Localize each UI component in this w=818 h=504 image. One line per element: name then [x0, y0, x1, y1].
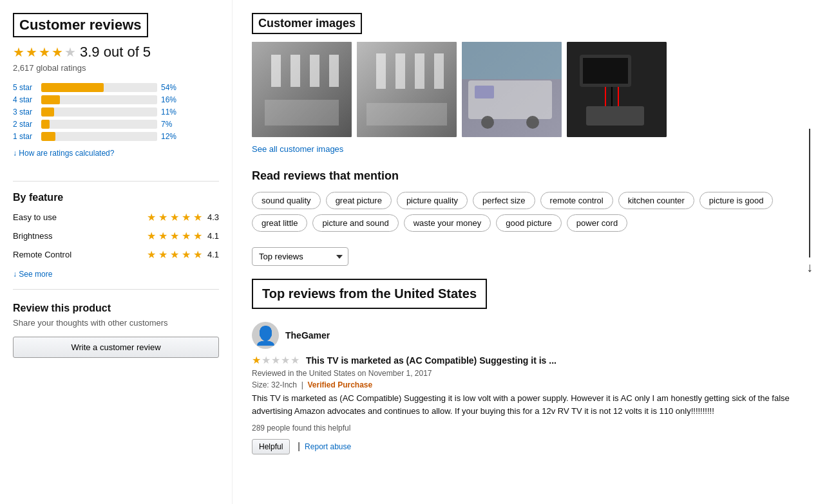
- tag-picture-and-sound[interactable]: picture and sound: [312, 214, 398, 232]
- feature-row-remote-control: Remote Control ★ ★ ★ ★ ★ 4.1: [13, 248, 219, 261]
- pipe-separator: |: [298, 441, 300, 451]
- bar-row-4star: 4 star 16%: [13, 95, 219, 104]
- rstar-4: ★: [182, 248, 191, 261]
- bar-label-5star[interactable]: 5 star: [13, 83, 37, 92]
- customer-image-2[interactable]: [357, 42, 457, 137]
- svg-rect-15: [462, 42, 562, 137]
- tag-picture-quality[interactable]: picture quality: [397, 192, 468, 209]
- right-column: Customer images: [232, 0, 818, 504]
- tag-good-picture[interactable]: good picture: [496, 214, 562, 232]
- mention-title: Read reviews that mention: [252, 169, 805, 183]
- rstar-1: ★: [147, 248, 156, 261]
- svg-rect-9: [366, 103, 447, 126]
- bar-pct-3star[interactable]: 11%: [161, 107, 182, 117]
- review-size-verified: Size: 32-Inch | Verified Purchase: [252, 380, 805, 389]
- tag-kitchen-counter[interactable]: kitchen counter: [618, 192, 694, 209]
- review-product-title: Review this product: [13, 303, 219, 314]
- feature-score-easy-to-use: 4.3: [207, 212, 219, 222]
- svg-rect-16: [468, 80, 552, 119]
- bar-pct-5star[interactable]: 54%: [161, 83, 182, 92]
- star-1: ★: [13, 44, 24, 60]
- bar-row-3star: 3 star 11%: [13, 107, 219, 117]
- sort-row: Top reviews Most recent Top critical: [252, 247, 805, 266]
- avatar-icon: 👤: [254, 325, 277, 346]
- top-reviews-title: Top reviews from the United States: [262, 286, 477, 301]
- svg-rect-1: [252, 42, 352, 137]
- tag-power-cord[interactable]: power cord: [567, 214, 627, 232]
- svg-rect-14: [462, 42, 562, 137]
- customer-image-4[interactable]: [567, 42, 667, 137]
- r-star-2: ★: [262, 354, 271, 366]
- svg-rect-21: [567, 42, 667, 137]
- tag-perfect-size[interactable]: perfect size: [473, 192, 535, 209]
- svg-rect-22: [580, 55, 631, 87]
- svg-rect-6: [329, 55, 339, 87]
- bar-fill-5star: [41, 83, 104, 92]
- svg-rect-23: [583, 58, 628, 84]
- rstar-2: ★: [158, 248, 167, 261]
- tag-great-picture[interactable]: great picture: [326, 192, 392, 209]
- svg-rect-0: [252, 42, 352, 137]
- bstar-5: ★: [193, 230, 202, 242]
- star-3: ★: [39, 44, 50, 60]
- bar-pct-1star[interactable]: 12%: [161, 132, 182, 141]
- review-product-section: Review this product Share your thoughts …: [13, 303, 219, 358]
- bar-label-4star[interactable]: 4 star: [13, 95, 37, 104]
- feature-score-remote-control: 4.1: [207, 250, 219, 259]
- tag-great-little[interactable]: great little: [252, 214, 307, 232]
- star-4: ★: [52, 44, 63, 60]
- global-ratings: 2,617 global ratings: [13, 63, 219, 73]
- feature-name-easy-to-use: Easy to use: [13, 212, 90, 222]
- feature-name-remote-control: Remote Control: [13, 250, 90, 259]
- sort-select[interactable]: Top reviews Most recent Top critical: [252, 247, 348, 266]
- ratings-calc-link[interactable]: ↓ How are ratings calculated?: [13, 149, 114, 158]
- tag-picture-is-good[interactable]: picture is good: [699, 192, 774, 209]
- bar-track-2star: [41, 120, 157, 129]
- report-abuse-link[interactable]: Report abuse: [303, 442, 351, 451]
- svg-rect-10: [376, 53, 386, 89]
- bstar-2: ★: [158, 230, 167, 242]
- review-stars: ★ ★ ★ ★ ★: [252, 354, 300, 366]
- rstar-5: ★: [193, 248, 202, 261]
- bar-label-1star[interactable]: 1 star: [13, 132, 37, 141]
- see-more-link[interactable]: ↓ See more: [13, 270, 52, 279]
- mention-tags-container: sound quality great picture picture qual…: [252, 192, 805, 232]
- customer-images-row: [252, 42, 805, 137]
- bar-row-1star: 1 star 12%: [13, 132, 219, 141]
- bar-pct-4star[interactable]: 16%: [161, 95, 182, 104]
- fstar-1: ★: [147, 211, 156, 223]
- tag-sound-quality[interactable]: sound quality: [252, 192, 321, 209]
- star-2: ★: [26, 44, 37, 60]
- fstar-2: ★: [158, 211, 167, 223]
- tag-waste-your-money[interactable]: waste your money: [404, 214, 491, 232]
- bar-row-2star: 2 star 7%: [13, 120, 219, 129]
- fstar-4: ★: [182, 211, 191, 223]
- svg-rect-3: [271, 55, 281, 87]
- write-review-button[interactable]: Write a customer review: [13, 337, 219, 358]
- customer-reviews-title: Customer reviews: [13, 13, 148, 37]
- bar-pct-2star[interactable]: 7%: [161, 120, 182, 129]
- helpful-button[interactable]: Helpful: [252, 439, 290, 454]
- customer-image-1[interactable]: [252, 42, 352, 137]
- svg-rect-5: [310, 55, 319, 87]
- feature-stars-easy-to-use: ★ ★ ★ ★ ★ 4.3: [147, 211, 219, 223]
- r-star-5: ★: [290, 354, 300, 366]
- svg-rect-20: [462, 42, 562, 79]
- helpful-text: 289 people found this helpful: [252, 424, 350, 433]
- reviewer-name[interactable]: TheGamer: [285, 330, 330, 341]
- tag-remote-control[interactable]: remote control: [540, 192, 613, 209]
- reviewer-avatar: 👤: [252, 322, 279, 349]
- bar-label-3star[interactable]: 3 star: [13, 107, 37, 117]
- see-all-images-link[interactable]: See all customer images: [252, 144, 343, 154]
- bar-label-2star[interactable]: 2 star: [13, 120, 37, 129]
- customer-images-title: Customer images: [252, 13, 362, 34]
- scroll-arrow-down: ↓: [806, 260, 813, 275]
- r-star-4: ★: [281, 354, 290, 366]
- feature-name-brightness: Brightness: [13, 231, 90, 241]
- divider-1: [13, 181, 219, 182]
- customer-image-3[interactable]: [462, 42, 562, 137]
- review-title[interactable]: This TV is marketed as (AC Compatible) S…: [306, 355, 556, 366]
- overall-stars: ★ ★ ★ ★ ★: [13, 44, 76, 60]
- review-body: This TV is marketed as (AC Compatible) S…: [252, 392, 805, 417]
- bstar-3: ★: [170, 230, 179, 242]
